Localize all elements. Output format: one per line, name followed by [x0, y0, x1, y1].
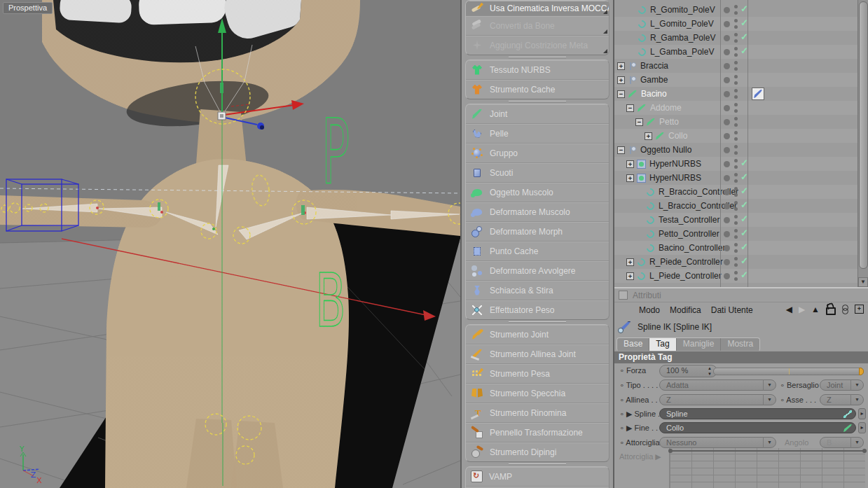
3d-viewport[interactable]: P B Y Z X Prospettiva — [0, 0, 460, 488]
jiggle-button[interactable]: Scuoti — [466, 163, 609, 183]
tipo-dropdown[interactable]: Adatta▼ — [659, 379, 776, 391]
tree-item[interactable]: +HyperNURBS✓ — [614, 171, 868, 185]
forza-spinner[interactable]: 100 %▲▼ — [659, 365, 717, 377]
skin-button[interactable]: Pelle — [466, 124, 609, 144]
menu-modo[interactable]: Modo — [639, 305, 660, 315]
tree-item[interactable]: Testa_Controller✓ — [614, 213, 868, 227]
add-meta-constraint-button[interactable]: Aggiungi Costrizione Meta — [466, 36, 609, 55]
tab-base[interactable]: Base — [617, 338, 649, 351]
joint-tool-button[interactable]: Strumento Joint — [466, 325, 609, 344]
object-manager-scrollbar[interactable]: ▼ — [857, 0, 868, 287]
dropdown-arrow-icon[interactable]: ▼ — [850, 437, 863, 448]
allinea-dropdown[interactable]: Z▼ — [659, 394, 776, 405]
expand-icon[interactable]: + — [617, 76, 625, 84]
spinner-arrows-icon[interactable]: ▲▼ — [708, 365, 712, 377]
tab-mostra[interactable]: Mostra — [721, 338, 759, 351]
attorciglia-dropdown[interactable]: Nessuno▼ — [659, 437, 776, 448]
expand-icon[interactable]: + — [626, 258, 634, 266]
tree-item[interactable]: −Oggetto Nullo — [614, 143, 868, 157]
tree-item-selected[interactable]: −Bacino — [614, 87, 868, 101]
spline-link-field[interactable]: Spline — [659, 408, 856, 419]
point-cache-button[interactable]: Punto Cache — [466, 242, 609, 261]
collapse-icon[interactable]: − — [617, 146, 625, 154]
convert-from-bone-button[interactable]: Converti da Bone — [466, 16, 609, 36]
dropdown-arrow-icon[interactable]: ▼ — [850, 379, 863, 391]
viewport-name-label[interactable]: Prospettiva — [3, 2, 53, 14]
tree-item[interactable]: +Gambe — [614, 73, 868, 87]
paint-tool-button[interactable]: Strumento Dipingi — [466, 442, 609, 461]
dropdown-arrow-icon[interactable]: ▼ — [763, 379, 776, 391]
expand-icon[interactable]: + — [617, 62, 625, 70]
tree-item[interactable]: +HyperNURBS✓ — [614, 157, 868, 171]
grip-handle-icon[interactable] — [617, 305, 629, 315]
spline-picker-button[interactable]: ▸ — [858, 408, 866, 419]
dropdown-arrow-icon[interactable]: ▼ — [850, 394, 863, 405]
history-forward-icon[interactable]: ▶ — [799, 305, 805, 314]
scroll-down-button[interactable]: ▼ — [858, 277, 868, 287]
naming-tool-button[interactable]: Strumento Rinomina — [466, 403, 609, 423]
tree-item[interactable]: R_Gomito_PoleV✓ — [614, 3, 868, 17]
cloth-nurbs-button[interactable]: Tessuto NURBS — [466, 60, 609, 80]
tab-maniglie[interactable]: Maniglie — [677, 338, 722, 351]
cache-tool-button[interactable]: Strumento Cache — [466, 80, 609, 99]
muscle-deformer-button[interactable]: Deformatore Muscolo — [466, 202, 609, 222]
joint-button[interactable]: Joint — [466, 104, 609, 124]
lock-icon[interactable] — [826, 307, 836, 315]
collapse-icon[interactable]: − — [635, 118, 643, 126]
expand-icon[interactable]: + — [626, 160, 634, 168]
tree-item[interactable]: Petto_Controller✓ — [614, 227, 868, 241]
tree-item[interactable]: +Braccia — [614, 59, 868, 73]
expand-icon[interactable]: + — [645, 132, 652, 140]
vamp-button[interactable]: VAMP — [466, 467, 609, 487]
muscle-object-button[interactable]: Oggetto Muscolo — [466, 183, 609, 202]
tree-item[interactable]: −Petto — [614, 115, 868, 129]
tree-item[interactable]: L_Gomito_PoleV✓ — [614, 17, 868, 31]
section-title[interactable]: Proprietà Tag — [614, 351, 868, 363]
tree-item[interactable]: +R_Piede_Controller✓ — [614, 255, 868, 269]
mirror-tool-button[interactable]: Strumento Specchia — [466, 384, 609, 403]
tree-item[interactable]: L_Gamba_PoleV✓ — [614, 45, 868, 59]
dropdown-arrow-icon[interactable]: ▼ — [763, 437, 776, 448]
scrollbar-thumb[interactable] — [859, 1, 868, 269]
tree-item[interactable]: +L_Piede_Controller✓ — [614, 269, 868, 283]
squash-stretch-button[interactable]: Schiaccia & Stira — [466, 281, 609, 300]
collapse-icon[interactable]: − — [626, 104, 634, 112]
wrap-deformer-button[interactable]: Deformatore Avvolgere — [466, 261, 609, 281]
fine-picker-button[interactable]: ▸ — [858, 422, 866, 433]
joint-align-tool-button[interactable]: Strumento Allinea Joint — [466, 344, 609, 364]
cluster-button[interactable]: Gruppo — [466, 144, 609, 163]
spline-ik-tag-icon[interactable] — [752, 88, 764, 100]
tree-item[interactable]: L_Braccio_Controller✓ — [614, 199, 868, 213]
fine-link-field[interactable]: Collo — [659, 422, 856, 433]
morph-deformer-button[interactable]: Deformatore Morph — [466, 222, 609, 242]
menu-modifica[interactable]: Modifica — [670, 305, 701, 315]
collapse-icon[interactable]: − — [617, 90, 625, 98]
tree-item[interactable]: R_Braccio_Controller✓ — [614, 185, 868, 199]
transform-brush-button[interactable]: Pennello Trasformazione — [466, 423, 609, 442]
parent-up-icon[interactable]: ▲ — [811, 305, 820, 314]
asse-dropdown[interactable]: Z▼ — [820, 394, 864, 405]
history-back-icon[interactable]: ◀ — [786, 305, 792, 314]
bersaglio-dropdown[interactable]: Joint▼ — [820, 379, 864, 391]
expand-icon[interactable]: + — [626, 174, 634, 182]
tab-tag[interactable]: Tag — [649, 338, 676, 351]
dropdown-arrow-icon[interactable]: ▼ — [763, 394, 776, 405]
sync-rings-icon[interactable] — [842, 305, 848, 314]
curve-line[interactable] — [670, 450, 865, 452]
expand-icon[interactable]: + — [626, 272, 634, 280]
tree-item[interactable]: −Addome — [614, 101, 868, 115]
angolo-dropdown[interactable]: B▼ — [820, 437, 864, 448]
weight-tool-button[interactable]: Strumento Pesa — [466, 364, 609, 384]
twist-curve-editor[interactable] — [669, 448, 865, 488]
tree-item[interactable]: Bacino_Controller✓ — [614, 241, 868, 255]
menu-dati-utente[interactable]: Dati Utente — [711, 305, 753, 315]
use-ik-mocca-button[interactable]: Usa Cinematica Inversa MOCCA — [466, 1, 609, 16]
visibility-dots[interactable] — [734, 5, 738, 8]
tree-item[interactable]: R_Gamba_PoleV✓ — [614, 31, 868, 45]
tree-item[interactable]: +Collo — [614, 129, 868, 143]
weight-effector-button[interactable]: Effettuatore Peso — [466, 300, 609, 319]
panel-checkbox-icon[interactable] — [619, 291, 628, 300]
new-panel-icon[interactable]: + — [855, 305, 864, 314]
forza-slider[interactable] — [713, 368, 864, 375]
layer-dot[interactable] — [724, 7, 730, 13]
